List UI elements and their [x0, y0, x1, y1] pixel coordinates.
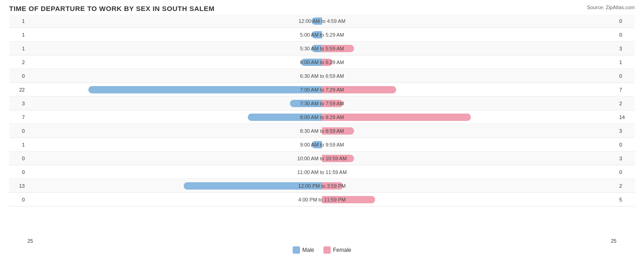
male-value: 13	[9, 183, 27, 189]
time-label: 5:00 AM to 5:29 AM	[300, 32, 344, 38]
female-value: 7	[617, 87, 635, 92]
male-bar	[301, 59, 322, 66]
legend-female-box	[323, 246, 331, 254]
chart-row: 04:00 PM to 11:59 PM5	[9, 193, 635, 207]
male-bar-container	[311, 17, 322, 25]
bar-section: 4:00 PM to 11:59 PM	[27, 193, 617, 206]
chart-row: 06:30 AM to 6:59 AM0	[9, 70, 635, 83]
female-bar	[322, 86, 396, 93]
male-bar	[290, 100, 322, 107]
male-value: 0	[9, 197, 27, 202]
female-value: 3	[617, 128, 635, 134]
male-value: 0	[9, 156, 27, 161]
bar-section: 6:30 AM to 6:59 AM	[27, 70, 617, 82]
legend-male-label: Male	[302, 247, 314, 253]
bar-section: 7:00 AM to 7:29 AM	[27, 83, 617, 96]
chart-title: TIME OF DEPARTURE TO WORK BY SEX IN SOUT…	[9, 5, 635, 12]
male-bar	[184, 182, 322, 190]
chart-row: 26:00 AM to 6:29 AM1	[9, 56, 635, 69]
legend: Male Female	[9, 246, 635, 254]
female-bar-container	[322, 182, 343, 190]
male-value: 2	[9, 60, 27, 65]
male-value: 3	[9, 101, 27, 106]
male-value: 0	[9, 128, 27, 134]
male-value: 7	[9, 114, 27, 120]
male-bar-container	[311, 45, 322, 52]
time-label: 6:30 AM to 6:59 AM	[300, 73, 344, 79]
axis-labels: 25 25	[9, 238, 635, 244]
male-value: 1	[9, 18, 27, 24]
female-bar-container	[322, 86, 396, 93]
female-value: 0	[617, 32, 635, 38]
chart-area: 112:00 AM to 4:59 AM015:00 AM to 5:29 AM…	[9, 15, 635, 236]
female-bar	[322, 59, 333, 66]
chart-row: 08:30 AM to 8:59 AM3	[9, 125, 635, 138]
time-label: 12:00 AM to 4:59 AM	[299, 18, 345, 24]
bar-section: 8:30 AM to 8:59 AM	[27, 125, 617, 137]
male-bar	[311, 45, 322, 52]
chart-row: 112:00 AM to 4:59 AM0	[9, 15, 635, 28]
female-bar	[322, 155, 354, 162]
legend-male: Male	[293, 246, 314, 254]
male-bar	[311, 141, 322, 148]
female-bar	[322, 182, 343, 190]
male-value: 0	[9, 169, 27, 175]
male-bar-container	[311, 31, 322, 38]
axis-left: 25	[27, 238, 33, 244]
male-bar-container	[301, 59, 322, 66]
female-bar-container	[322, 155, 354, 162]
bar-section: 5:30 AM to 5:59 AM	[27, 42, 617, 55]
female-bar-container	[322, 127, 354, 135]
female-value: 0	[617, 18, 635, 24]
chart-row: 15:00 AM to 5:29 AM0	[9, 28, 635, 42]
bar-section: 11:00 AM to 11:59 AM	[27, 166, 617, 179]
chart-row: 227:00 AM to 7:29 AM7	[9, 83, 635, 97]
chart-row: 011:00 AM to 11:59 AM0	[9, 166, 635, 179]
male-value: 1	[9, 32, 27, 38]
male-value: 1	[9, 46, 27, 51]
chart-row: 010:00 AM to 10:59 AM3	[9, 152, 635, 165]
male-bar-container	[290, 100, 322, 107]
chart-row: 15:30 AM to 5:59 AM3	[9, 42, 635, 55]
male-value: 1	[9, 142, 27, 147]
bar-section: 9:00 AM to 9:59 AM	[27, 138, 617, 151]
female-bar-container	[322, 45, 354, 52]
legend-female: Female	[323, 246, 351, 254]
male-bar-container	[248, 114, 322, 121]
bar-section: 10:00 AM to 10:59 AM	[27, 152, 617, 165]
female-value: 3	[617, 156, 635, 161]
bar-section: 5:00 AM to 5:29 AM	[27, 28, 617, 41]
time-label: 11:00 AM to 11:59 AM	[297, 169, 347, 175]
chart-row: 19:00 AM to 9:59 AM0	[9, 138, 635, 152]
female-value: 14	[617, 114, 635, 120]
bar-section: 12:00 AM to 4:59 AM	[27, 15, 617, 27]
female-value: 0	[617, 169, 635, 175]
female-value: 0	[617, 73, 635, 79]
male-bar	[88, 86, 322, 93]
chart-container: TIME OF DEPARTURE TO WORK BY SEX IN SOUT…	[0, 0, 644, 272]
female-bar-container	[322, 114, 471, 121]
chart-row: 1312:00 PM to 3:59 PM2	[9, 180, 635, 193]
axis-right: 25	[611, 238, 617, 244]
bar-section: 7:30 AM to 7:59 AM	[27, 97, 617, 110]
time-label: 9:00 AM to 9:59 AM	[300, 142, 344, 147]
female-value: 0	[617, 142, 635, 147]
female-value: 5	[617, 197, 635, 202]
female-bar	[322, 100, 343, 107]
female-bar-container	[322, 59, 333, 66]
female-bar	[322, 196, 375, 203]
male-value: 22	[9, 87, 27, 92]
bar-section: 6:00 AM to 6:29 AM	[27, 56, 617, 69]
chart-row: 78:00 AM to 8:29 AM14	[9, 111, 635, 124]
female-value: 3	[617, 46, 635, 51]
male-bar	[311, 17, 322, 25]
source-label: Source: ZipAtlas.com	[587, 5, 635, 10]
chart-row: 37:30 AM to 7:59 AM2	[9, 97, 635, 110]
female-bar	[322, 45, 354, 52]
female-value: 1	[617, 60, 635, 65]
female-bar	[322, 114, 471, 121]
bar-section: 12:00 PM to 3:59 PM	[27, 180, 617, 192]
female-bar	[322, 127, 354, 135]
male-bar	[248, 114, 322, 121]
male-bar-container	[311, 141, 322, 148]
